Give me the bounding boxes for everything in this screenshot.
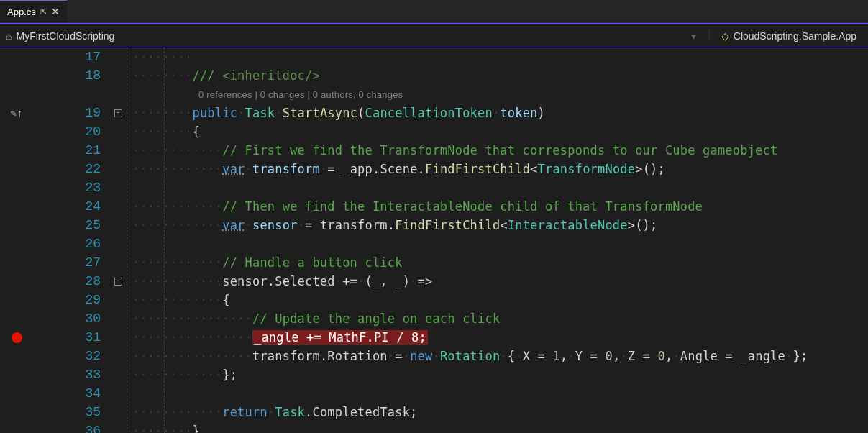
code-line[interactable]: ············{ — [127, 291, 868, 309]
code-editor[interactable]: ✎↑ 17 18 19 20 21 22 23 24 25 26 27 28 2… — [0, 47, 868, 433]
line-number: 17 — [33, 47, 101, 66]
code-line[interactable]: ········public·Task·StartAsync(Cancellat… — [127, 104, 868, 122]
line-number: 25 — [33, 216, 101, 234]
line-number: 19 — [33, 104, 101, 122]
line-number: 20 — [33, 122, 101, 141]
line-number: 34 — [33, 384, 101, 403]
line-number: 24 — [33, 197, 101, 216]
fold-toggle-icon[interactable]: − — [114, 109, 122, 117]
code-line[interactable]: ········ — [127, 47, 868, 66]
class-label: CloudScripting.Sample.App — [734, 30, 856, 42]
code-line[interactable] — [127, 384, 868, 403]
line-number: 30 — [33, 309, 101, 328]
code-line[interactable]: ············// Then we find the Interact… — [127, 197, 868, 216]
navigation-bar: ⌂ MyFirstCloudScripting ▾ ◇ CloudScripti… — [0, 23, 868, 47]
line-number: 33 — [33, 365, 101, 384]
codelens[interactable]: 0 references | 0 changes | 0 authors, 0 … — [127, 85, 868, 104]
tab-bar: App.cs ⇱ ✕ — [0, 0, 868, 23]
line-number: 28 — [33, 272, 101, 291]
namespace-icon: ⌂ — [6, 30, 12, 42]
class-icon: ◇ — [721, 30, 729, 42]
code-line[interactable]: ············var·transform·=·_app.Scene.F… — [127, 160, 868, 178]
line-number: 27 — [33, 253, 101, 272]
fold-toggle-icon[interactable]: − — [114, 278, 122, 286]
edit-marker-icon: ✎↑ — [11, 107, 23, 119]
chevron-down-icon[interactable]: ▾ — [691, 30, 703, 42]
line-number: 35 — [33, 403, 101, 421]
code-line[interactable] — [127, 234, 868, 253]
code-line[interactable]: ················// Update the angle on e… — [127, 309, 868, 328]
code-line[interactable]: ············sensor.Selected·+=·(_, _)·=> — [127, 272, 868, 291]
line-number — [33, 85, 101, 104]
class-dropdown[interactable]: ◇ CloudScripting.Sample.App — [709, 30, 868, 42]
code-line[interactable]: ············// First we find the Transfo… — [127, 141, 868, 160]
line-number: 21 — [33, 141, 101, 160]
pin-icon[interactable]: ⇱ — [40, 7, 47, 17]
fold-gutter: − − — [109, 47, 127, 433]
line-number: 26 — [33, 234, 101, 253]
line-number: 29 — [33, 291, 101, 309]
close-icon[interactable]: ✕ — [51, 6, 60, 17]
code-line[interactable]: ············return·Task.CompletedTask; — [127, 403, 868, 421]
code-line[interactable]: ················_angle += MathF.PI / 8; — [127, 328, 868, 347]
code-line[interactable]: ············var·sensor·=·transform.FindF… — [127, 216, 868, 234]
line-number: 32 — [33, 347, 101, 365]
tab-app-cs[interactable]: App.cs ⇱ ✕ — [0, 0, 67, 22]
tab-filename: App.cs — [7, 6, 36, 17]
line-number: 18 — [33, 66, 101, 85]
line-number: 23 — [33, 178, 101, 197]
current-statement-highlight: _angle += MathF.PI / 8; — [252, 330, 428, 345]
code-line[interactable] — [127, 178, 868, 197]
code-line[interactable]: ············}; — [127, 365, 868, 384]
code-line[interactable]: ················transform.Rotation·=·new… — [127, 347, 868, 365]
breakpoint-margin[interactable]: ✎↑ — [0, 47, 33, 433]
line-number: 31 — [33, 328, 101, 347]
code-line[interactable]: ········/// <inheritdoc/> — [127, 66, 868, 85]
line-number-gutter: 17 18 19 20 21 22 23 24 25 26 27 28 29 3… — [33, 47, 109, 433]
code-line[interactable]: ········{ — [127, 122, 868, 141]
breakpoint-icon[interactable] — [12, 332, 22, 343]
scope-label: MyFirstCloudScripting — [16, 30, 114, 42]
scope-dropdown[interactable]: ⌂ MyFirstCloudScripting ▾ — [0, 30, 709, 42]
code-line[interactable]: ········} — [127, 421, 868, 433]
line-number: 36 — [33, 421, 101, 433]
code-line[interactable]: ············// Handle a button click — [127, 253, 868, 272]
code-area[interactable]: ········ ········/// <inheritdoc/> 0 ref… — [127, 47, 868, 433]
line-number: 22 — [33, 160, 101, 178]
